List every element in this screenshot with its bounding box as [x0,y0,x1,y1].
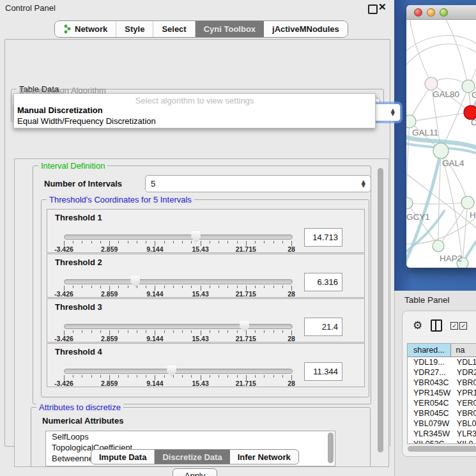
numerical-attributes-label: Numerical Attributes [42,416,123,426]
slider-tick [219,375,219,378]
slider-tick [73,286,73,288]
settings-gear-icon[interactable]: ⚙ [413,320,422,331]
table-cell[interactable]: YBL0 [451,418,476,429]
table-row[interactable]: YBR045CYBR0 [408,408,476,418]
column-header-shared-[interactable]: shared... [408,344,451,357]
apply-button[interactable]: Apply [173,468,217,476]
column-header-na[interactable]: na [451,344,476,357]
number-of-intervals-combobox[interactable]: 5 ▲▼ [145,175,371,192]
split-columns-icon[interactable] [431,319,442,332]
slider-tick [128,241,128,243]
tick-label: 9.144 [146,290,163,298]
combo-stepper-icon[interactable]: ▲▼ [391,109,395,116]
table-cell[interactable]: YDR27... [408,367,451,378]
table-cell[interactable]: YIL053C [408,439,451,444]
slider-tick [146,286,146,288]
network-icon [63,24,72,34]
threshold-slider[interactable] [64,279,293,284]
list-scrollbar[interactable] [328,433,334,463]
pane-scrollbar[interactable] [378,168,383,452]
checkbox-icon: ✓ [459,322,467,330]
tab-discretize-data[interactable]: Discretize Data [155,450,229,464]
table-row[interactable]: YIL053CYIL0 [408,439,476,444]
network-graph: GAL80GACGAL11GAL4GCY1HHAP2 [406,20,476,268]
threshold-slider[interactable] [64,234,293,240]
table-cell[interactable]: YER0 [451,398,476,408]
table-cell[interactable]: YPR1 [451,388,476,398]
tick-label: 9.144 [146,380,163,387]
table-cell[interactable]: YDL19... [408,357,451,367]
table-row[interactable]: YDR27...YDR2 [408,367,476,378]
close-traffic-light-icon[interactable] [414,8,422,17]
table-cell[interactable]: YLR3 [451,429,476,439]
slider-tick [100,375,101,378]
network-node-gal11[interactable] [406,115,416,128]
threshold-slider[interactable] [64,369,293,374]
network-edge [410,20,431,84]
tab-infer-network[interactable]: Infer Network [230,450,298,464]
table-row[interactable]: YDL19...YDL1 [408,357,476,367]
slider-tick [255,330,256,333]
popup-item-manual-discretization[interactable]: Manual Discretization [17,105,103,115]
tick-label: 2.859 [101,380,118,387]
node-label-gal11: GAL11 [412,128,438,137]
table-row[interactable]: YER054CYER0 [408,398,476,408]
network-node-gcy1[interactable] [406,197,413,209]
slider-tick [210,241,210,243]
slider-tick [282,241,283,243]
threshold-value-field[interactable]: 14.713 [304,228,342,247]
close-icon[interactable]: ✕ [378,1,387,13]
table-row[interactable]: YPR145WYPR1 [408,388,476,398]
network-canvas[interactable]: GAL80GACGAL11GAL4GCY1HHAP2 [406,20,476,268]
table-panel-title: Table Panel [404,295,450,305]
threshold-label: Threshold 2 [55,257,102,267]
threshold-value-field[interactable]: 21.4 [304,318,342,336]
table-cell[interactable]: YDR2 [451,367,476,378]
table-cell[interactable]: YBR043C [408,378,451,388]
network-node-hap2[interactable] [433,240,444,252]
table-cell[interactable]: YLR345W [408,429,451,439]
slider-tick [164,375,165,378]
minimize-traffic-light-icon[interactable] [427,8,435,17]
settings-scroll-pane: Interval Definition Number of Intervals … [14,158,389,467]
combo-stepper-icon[interactable]: ▲▼ [362,180,365,188]
zoom-traffic-light-icon[interactable] [440,8,448,17]
slider-tick [210,375,210,378]
slider-tick [73,330,73,333]
network-node-gal80[interactable] [425,77,438,90]
network-node-h[interactable] [461,196,474,209]
slider-tick [91,375,92,378]
float-window-icon[interactable] [368,4,378,14]
tab-cyni-toolbox[interactable]: Cyni Toolbox [196,21,264,37]
table-cell[interactable]: YBL079W [408,418,451,429]
number-of-intervals-value: 5 [151,179,155,188]
network-window-titlebar[interactable] [406,5,476,20]
slider-tick [182,330,183,333]
tab-impute-data[interactable]: Impute Data [91,450,155,464]
table-cell[interactable]: YBR0 [451,408,476,418]
table-row[interactable]: YBR043CYBR0 [408,378,476,388]
table-cell[interactable]: YER054C [408,398,451,408]
table-cell[interactable]: YBR045C [408,408,451,418]
threshold-value-field[interactable]: 6.316 [304,273,342,291]
threshold-value-field[interactable]: 11.344 [304,362,342,381]
tab-network[interactable]: Network [55,21,116,37]
attribute-item-selfloops[interactable]: SelfLoops [46,431,335,442]
threshold-slider[interactable] [64,324,293,329]
network-node-gal4[interactable] [433,143,449,158]
table-row[interactable]: YBL079WYBL0 [408,418,476,429]
table-row[interactable]: YLR345WYLR3 [408,429,476,439]
table-cell[interactable]: YIL0 [451,439,476,444]
tab-select[interactable]: Select [153,21,195,37]
table-horizontal-scrollbar[interactable] [408,446,476,452]
popup-item-equal-width-frequency[interactable]: Equal Width/Frequency Discretization [17,116,156,126]
table-cell[interactable]: YPR145W [408,388,451,398]
slider-tick [273,241,274,243]
column-checkboxes-icon[interactable]: ✓ ✓ [450,322,467,330]
tab-style[interactable]: Style [116,21,153,37]
table-cell[interactable]: YDL1 [451,357,476,367]
table-cell[interactable]: YBR0 [451,378,476,388]
slider-tick [82,375,82,378]
slider-tick [146,375,146,378]
tab-jactivemnodules[interactable]: jActiveMNodules [264,21,348,37]
